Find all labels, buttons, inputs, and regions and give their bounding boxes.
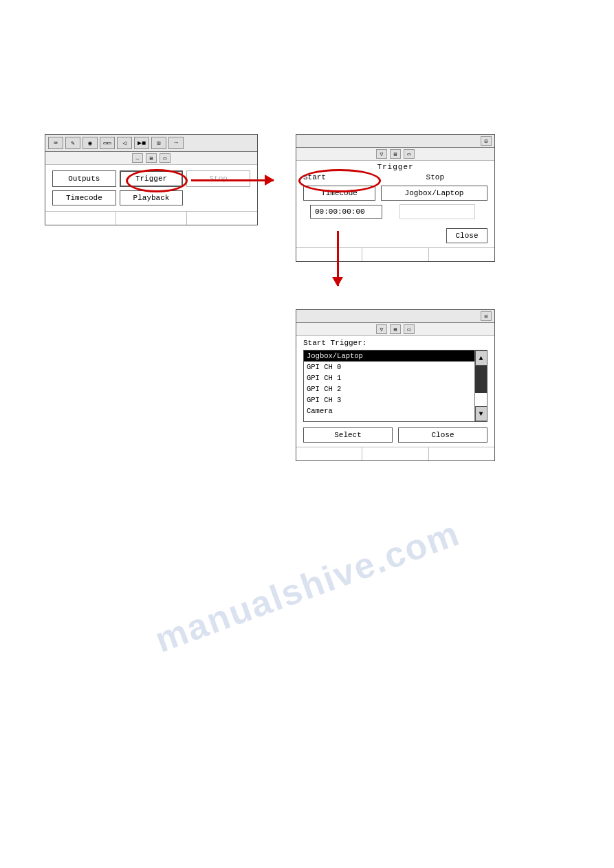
panel2-toolbar: ⊡ — [296, 135, 494, 148]
page-container: ⌨ ✎ ◉ ▭▭ ◁ ▶■ ⊡ → — ⊞ ▭ Outputs Trigger … — [0, 0, 614, 868]
panel1-status-cell3 — [187, 212, 257, 225]
trigger-button[interactable]: Trigger — [120, 170, 184, 187]
scroll-thumb[interactable] — [475, 366, 487, 393]
panel1-status-cell2 — [116, 212, 187, 225]
panel3-down-icon: ▽ — [376, 324, 387, 334]
keyboard-icon[interactable]: ⌨ — [48, 137, 63, 149]
panel3-status-cell1 — [296, 447, 362, 460]
panel3-row-btns: Select Close — [296, 423, 494, 447]
jogbox-stop-button[interactable]: Jogbox/Laptop — [381, 186, 487, 201]
minus-icon: — — [132, 153, 143, 163]
panel3-row2: ▽ ⊞ ▭ — [296, 323, 494, 336]
panel2-row-btns: Timecode Jogbox/Laptop — [296, 183, 494, 203]
panel2-close-row: Close — [296, 225, 494, 247]
panel3-grid-icon: ⊞ — [390, 324, 401, 334]
list-item[interactable]: GPI CH 1 — [304, 372, 474, 383]
panel2-status-cell3 — [429, 248, 494, 261]
pencil-icon[interactable]: ✎ — [65, 137, 80, 149]
panel3-status-cell2 — [362, 447, 428, 460]
scroll-track — [475, 366, 487, 406]
panel2: ⊡ ▽ ⊞ ▭ Trigger Start Stop Timecode Jogb… — [296, 134, 495, 262]
panel3-close-button[interactable]: Close — [398, 427, 487, 443]
panel3-monitor-icon: ▭ — [404, 324, 415, 334]
list-item[interactable]: GPI CH 0 — [304, 361, 474, 372]
panel2-status-cell1 — [296, 248, 362, 261]
panel2-row2: ▽ ⊞ ▭ — [296, 148, 494, 161]
panel2-icon1: ⊡ — [481, 136, 492, 146]
video-icon[interactable]: ▭▭ — [100, 137, 115, 149]
list-item[interactable]: Jogbox/Laptop — [304, 350, 474, 361]
header-stop: Stop — [375, 173, 444, 181]
grid-icon: ⊞ — [146, 153, 157, 163]
panel3-toolbar: ⊡ — [296, 310, 494, 323]
monitor-icon: ▭ — [160, 153, 171, 163]
timecode-trigger-button[interactable]: Timecode — [303, 186, 375, 201]
film-icon[interactable]: ⊡ — [151, 137, 166, 149]
panel2-close-button[interactable]: Close — [446, 228, 487, 243]
panel2-status-cell2 — [362, 248, 428, 261]
play-stop-icon[interactable]: ▶■ — [134, 137, 149, 149]
panel1-toolbar-row2: — ⊞ ▭ — [45, 152, 257, 165]
panel2-statusbar — [296, 247, 494, 261]
outputs-button[interactable]: Outputs — [52, 170, 116, 187]
panel3-status-cell3 — [429, 447, 494, 460]
scroll-up-button[interactable]: ▲ — [475, 350, 487, 366]
watermark: manualshive.com — [149, 512, 465, 660]
speaker-icon[interactable]: ◁ — [117, 137, 132, 149]
panel1-toolbar: ⌨ ✎ ◉ ▭▭ ◁ ▶■ ⊡ → — [45, 135, 257, 152]
panel2-down-icon: ▽ — [376, 149, 387, 159]
camera-icon[interactable]: ◉ — [83, 137, 98, 149]
list-item[interactable]: Camera — [304, 405, 474, 416]
list-item[interactable]: GPI CH 3 — [304, 394, 474, 405]
arrow-icon[interactable]: → — [168, 137, 184, 149]
panel2-monitor-icon: ▭ — [404, 149, 415, 159]
panel3-list: Jogbox/LaptopGPI CH 0GPI CH 1GPI CH 2GPI… — [304, 350, 474, 421]
panel1-btn-grid: Outputs Trigger Stop Timecode Playback — [45, 165, 257, 211]
panel2-title: Trigger — [296, 161, 494, 172]
playback-button[interactable]: Playback — [120, 190, 184, 205]
timecode-value: 00:00:00:00 — [310, 205, 382, 219]
stop-button[interactable]: Stop — [186, 170, 250, 187]
arrow-down — [337, 231, 339, 286]
panel3-scrollbar: ▲ ▼ — [474, 350, 487, 421]
panel3-select-button[interactable]: Select — [303, 427, 393, 443]
panel3-list-wrapper: Jogbox/LaptopGPI CH 0GPI CH 1GPI CH 2GPI… — [303, 350, 487, 422]
panel3-title: Start Trigger: — [296, 336, 494, 348]
scroll-down-button[interactable]: ▼ — [475, 406, 487, 421]
list-item[interactable]: GPI CH 2 — [304, 383, 474, 394]
panel2-grid-icon: ⊞ — [390, 149, 401, 159]
panel3-statusbar — [296, 447, 494, 460]
panel1-status-cell1 — [45, 212, 116, 225]
panel1-statusbar — [45, 211, 257, 225]
timecode-button[interactable]: Timecode — [52, 190, 116, 205]
panel3-icon1: ⊡ — [481, 311, 492, 321]
panel2-headers: Start Stop — [296, 172, 494, 183]
header-start: Start — [303, 173, 375, 181]
arrow-right — [191, 179, 274, 181]
panel2-timecode-area: 00:00:00:00 — [296, 203, 494, 225]
panel3: ⊡ ▽ ⊞ ▭ Start Trigger: Jogbox/LaptopGPI … — [296, 309, 495, 461]
